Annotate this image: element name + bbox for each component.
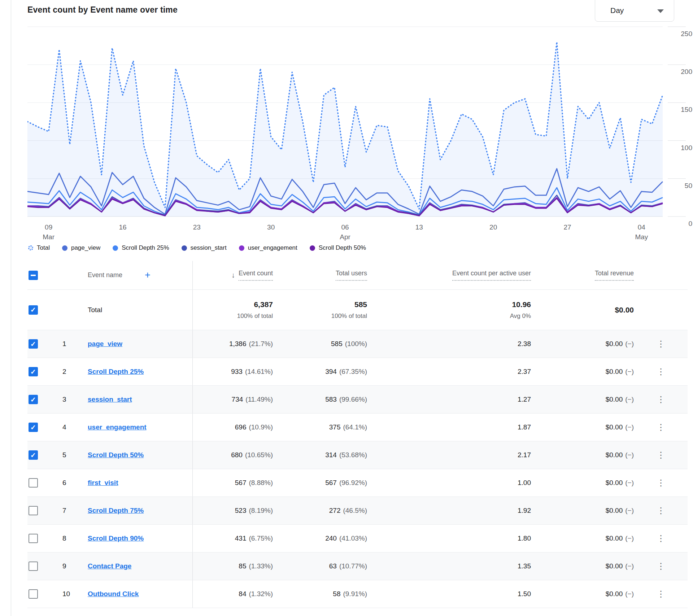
chart-legend: Totalpage_viewScroll Depth 25%session_st… [27, 244, 688, 252]
row-checkbox[interactable] [29, 589, 38, 599]
metric-value: $0.00 [606, 340, 623, 348]
event-name-link[interactable]: Scroll Depth 90% [88, 534, 144, 542]
metric-value: 2.37 [518, 368, 531, 376]
row-checkbox-cell [27, 580, 53, 608]
total-event-count-sub: 100% of total [237, 313, 273, 320]
event-name-link[interactable]: first_visit [88, 479, 118, 487]
total-users-cell: 583(99.66%) [273, 386, 367, 413]
metric-value: 1.87 [518, 423, 531, 431]
metric-value: 567 [235, 479, 247, 487]
row-checkbox[interactable] [29, 562, 38, 571]
row-checkbox[interactable] [29, 395, 38, 404]
metric-value: 680 [231, 451, 243, 459]
event-name-link[interactable]: Contact Page [88, 562, 131, 570]
row-number: 1 [53, 330, 87, 358]
row-checkbox[interactable] [29, 534, 38, 543]
event-name-link[interactable]: Scroll Depth 50% [88, 451, 144, 459]
legend-item-total[interactable]: Total [28, 244, 50, 252]
table-row: 2Scroll Depth 25%933(14.61%)394(67.35%)2… [27, 358, 688, 386]
row-checkbox[interactable] [29, 367, 38, 376]
total-row-checkbox[interactable] [29, 305, 38, 315]
metric-percent: (1.33%) [249, 562, 273, 570]
kebab-menu-icon[interactable]: ⋮ [653, 532, 669, 545]
x-axis-label: 27 [563, 223, 571, 231]
row-checkbox[interactable] [29, 506, 38, 515]
col-header-total-revenue[interactable]: Total revenue [595, 270, 634, 281]
event-name-link[interactable]: Outbound Click [88, 590, 139, 598]
legend-item-session-start[interactable]: session_start [182, 244, 227, 252]
metric-value: $0.00 [606, 396, 623, 403]
x-axis-month-label: May [635, 233, 648, 241]
metric-value: $0.00 [606, 451, 623, 459]
legend-label: user_engagement [248, 244, 297, 252]
metric-value: $0.00 [606, 479, 623, 487]
row-number-header [53, 261, 87, 289]
granularity-dropdown[interactable]: Day [595, 0, 674, 22]
table-row: 4user_engagement696(10.9%)375(64.1%)1.87… [27, 414, 688, 441]
event-name-link[interactable]: session_start [88, 396, 132, 403]
table-row: 6first_visit567(8.88%)567(96.92%)1.00$0.… [27, 469, 688, 497]
col-header-per-active-user[interactable]: Event count per active user [452, 270, 531, 281]
metric-value: 84 [239, 590, 246, 598]
y-axis-label: 150 [681, 106, 692, 113]
total-per-user-sub: Avg 0% [510, 313, 531, 320]
table-row: 9Contact Page85(1.33%)63(10.77%)1.35$0.0… [27, 552, 688, 580]
per-active-user-cell: 2.38 [367, 330, 531, 358]
row-checkbox[interactable] [29, 478, 38, 488]
metric-value: 1.35 [518, 562, 531, 570]
x-axis-label: 13 [415, 223, 423, 231]
add-dimension-button[interactable]: + [145, 270, 151, 281]
metric-value: 567 [325, 479, 337, 487]
x-axis-label: 20 [489, 223, 497, 231]
kebab-menu-icon[interactable]: ⋮ [653, 476, 669, 489]
kebab-menu-icon[interactable]: ⋮ [653, 504, 669, 517]
table-body: 1page_view1,386(21.7%)585(100%)2.38$0.00… [27, 330, 688, 608]
row-checkbox[interactable] [29, 450, 38, 460]
sort-descending-icon: ↓ [231, 271, 235, 279]
row-checkbox[interactable] [29, 423, 38, 432]
total-label: Total [88, 306, 102, 314]
table-row: 3session_start734(11.49%)583(99.66%)1.27… [27, 386, 688, 414]
per-active-user-cell: 1.35 [367, 552, 531, 580]
col-header-event-name[interactable]: Event name [88, 271, 122, 279]
metric-percent: (−) [625, 590, 634, 598]
legend-item-scroll-depth-25-[interactable]: Scroll Depth 25% [113, 244, 169, 252]
kebab-menu-icon[interactable]: ⋮ [653, 393, 669, 406]
legend-item-scroll-depth-50-[interactable]: Scroll Depth 50% [310, 244, 366, 252]
total-revenue-cell: $0.00(−) [531, 469, 634, 497]
kebab-menu-icon[interactable]: ⋮ [653, 449, 669, 462]
legend-item-page-view[interactable]: page_view [62, 244, 100, 252]
kebab-menu-icon[interactable]: ⋮ [653, 587, 669, 600]
event-name-cell: Scroll Depth 75% [87, 497, 192, 524]
row-checkbox[interactable] [29, 339, 38, 349]
row-actions-cell: ⋮ [634, 386, 688, 413]
event-name-cell: Outbound Click [87, 580, 192, 608]
metric-value: 63 [329, 562, 337, 570]
event-name-link[interactable]: Scroll Depth 75% [88, 507, 144, 515]
metric-percent: (99.66%) [339, 396, 367, 403]
row-checkbox-cell [27, 525, 53, 552]
event-name-link[interactable]: user_engagement [88, 423, 147, 431]
metric-value: 734 [232, 396, 243, 403]
total-users-cell: 63(10.77%) [273, 552, 367, 580]
event-name-link[interactable]: page_view [88, 340, 122, 348]
col-header-event-count[interactable]: Event count [239, 270, 273, 281]
metric-value: 314 [325, 451, 337, 459]
kebab-menu-icon[interactable]: ⋮ [653, 365, 669, 378]
event-name-cell: Scroll Depth 25% [87, 358, 192, 385]
metric-percent: (21.7%) [249, 340, 273, 348]
kebab-menu-icon[interactable]: ⋮ [653, 337, 669, 350]
select-all-checkbox[interactable] [29, 271, 38, 280]
event-count-cell: 933(14.61%) [192, 358, 273, 385]
kebab-menu-icon[interactable]: ⋮ [653, 421, 669, 434]
legend-swatch-icon [113, 245, 118, 251]
table-total-row: Total 6,387 100% of total 585 100% of to… [27, 290, 688, 330]
kebab-menu-icon[interactable]: ⋮ [653, 560, 669, 573]
col-header-total-users[interactable]: Total users [336, 270, 367, 281]
metric-value: $0.00 [606, 507, 623, 515]
metric-value: 1.27 [518, 396, 531, 403]
legend-item-user-engagement[interactable]: user_engagement [239, 244, 297, 252]
event-name-link[interactable]: Scroll Depth 25% [88, 368, 144, 376]
metric-percent: (14.61%) [245, 368, 273, 376]
total-revenue-cell: $0.00(−) [531, 525, 634, 552]
